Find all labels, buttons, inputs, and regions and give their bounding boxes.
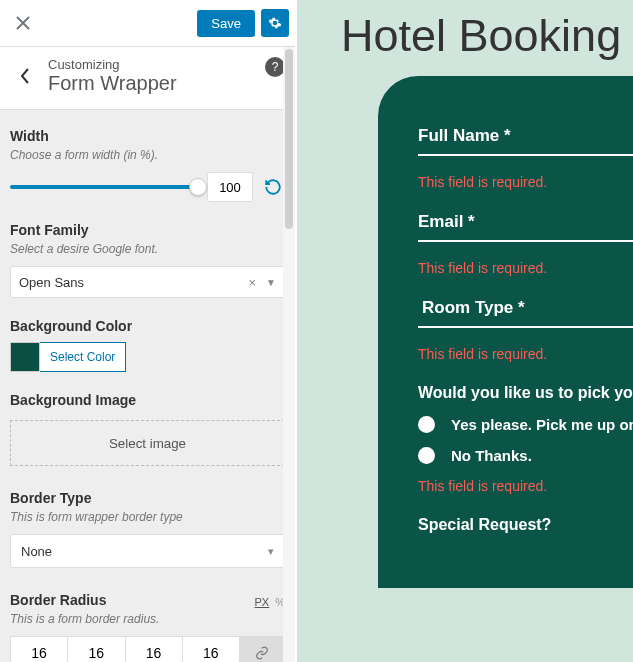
bordertype-value: None bbox=[21, 544, 52, 559]
pickup-error: This field is required. bbox=[418, 478, 633, 494]
roomtype-label: Room Type * bbox=[418, 298, 633, 326]
scrollbar[interactable] bbox=[283, 47, 295, 662]
roomtype-select[interactable] bbox=[418, 326, 633, 328]
bgcolor-label: Background Color bbox=[10, 318, 285, 334]
preview-pane: Hotel Booking Full Name * This field is … bbox=[297, 0, 633, 662]
email-label: Email * bbox=[418, 212, 633, 240]
back-button[interactable] bbox=[6, 68, 44, 84]
radio-no[interactable]: No Thanks. bbox=[418, 447, 633, 464]
fullname-label: Full Name * bbox=[418, 126, 633, 154]
color-swatch[interactable] bbox=[10, 342, 40, 372]
radius-bottom-input[interactable] bbox=[125, 636, 182, 662]
font-value: Open Sans bbox=[19, 275, 249, 290]
email-input[interactable] bbox=[418, 240, 633, 242]
radius-left-input[interactable] bbox=[182, 636, 239, 662]
bordertype-select[interactable]: None ▾ bbox=[10, 534, 285, 568]
clear-icon[interactable]: × bbox=[249, 275, 257, 290]
pickup-question: Would you like us to pick you bbox=[418, 384, 633, 402]
bordertype-desc: This is form wrapper border type bbox=[10, 510, 285, 524]
fullname-input[interactable] bbox=[418, 154, 633, 156]
radius-desc: This is a form border radius. bbox=[10, 612, 285, 626]
radio-icon bbox=[418, 416, 435, 433]
reset-icon[interactable] bbox=[261, 178, 285, 196]
select-color-button[interactable]: Select Color bbox=[40, 342, 126, 372]
font-label: Font Family bbox=[10, 222, 285, 238]
fullname-error: This field is required. bbox=[418, 174, 633, 190]
link-values-icon[interactable] bbox=[239, 636, 285, 662]
radius-top-input[interactable] bbox=[10, 636, 67, 662]
chevron-down-icon[interactable]: ▼ bbox=[266, 277, 276, 288]
close-icon[interactable] bbox=[6, 6, 40, 40]
radio-yes[interactable]: Yes please. Pick me up on bbox=[418, 416, 633, 433]
radius-label: Border Radius bbox=[10, 592, 106, 608]
unit-px[interactable]: PX bbox=[255, 596, 270, 608]
width-desc: Choose a form width (in %). bbox=[10, 148, 285, 162]
bordertype-label: Border Type bbox=[10, 490, 285, 506]
special-request-label: Special Request? bbox=[418, 516, 633, 534]
radius-right-input[interactable] bbox=[67, 636, 124, 662]
help-icon[interactable]: ? bbox=[265, 57, 285, 77]
radio-no-label: No Thanks. bbox=[451, 447, 532, 464]
field-fullname: Full Name * bbox=[418, 126, 633, 156]
bgcolor-control: Select Color bbox=[10, 342, 285, 372]
width-control bbox=[10, 172, 285, 202]
radius-header: Border Radius PX% bbox=[10, 592, 285, 612]
bgimage-label: Background Image bbox=[10, 392, 285, 408]
radius-inputs: Top Right Bottom Left bbox=[10, 636, 285, 662]
panel-body: Width Choose a form width (in %). Font F… bbox=[0, 110, 295, 662]
gear-icon[interactable] bbox=[261, 9, 289, 37]
select-image-button[interactable]: Select image bbox=[10, 420, 285, 466]
radio-yes-label: Yes please. Pick me up on bbox=[451, 416, 633, 433]
font-select[interactable]: Open Sans × ▼ bbox=[10, 266, 285, 298]
chevron-down-icon: ▾ bbox=[268, 545, 274, 558]
customizer-sidebar: Save Customizing Form Wrapper ? Width Ch… bbox=[0, 0, 297, 662]
crumb-title: Form Wrapper bbox=[48, 72, 289, 95]
radio-icon bbox=[418, 447, 435, 464]
sidebar-topbar: Save bbox=[0, 0, 295, 47]
email-error: This field is required. bbox=[418, 260, 633, 276]
field-email: Email * bbox=[418, 212, 633, 242]
slider-thumb-icon[interactable] bbox=[189, 178, 207, 196]
width-slider[interactable] bbox=[10, 185, 199, 189]
crumb-context: Customizing bbox=[48, 57, 289, 72]
radius-units: PX% bbox=[255, 596, 285, 608]
roomtype-error: This field is required. bbox=[418, 346, 633, 362]
font-desc: Select a desire Google font. bbox=[10, 242, 285, 256]
field-roomtype: Room Type * bbox=[418, 298, 633, 328]
width-input[interactable] bbox=[207, 172, 253, 202]
breadcrumb: Customizing Form Wrapper ? bbox=[0, 47, 295, 110]
save-button[interactable]: Save bbox=[197, 10, 255, 37]
width-label: Width bbox=[10, 128, 285, 144]
form-wrapper: Full Name * This field is required. Emai… bbox=[378, 76, 633, 588]
